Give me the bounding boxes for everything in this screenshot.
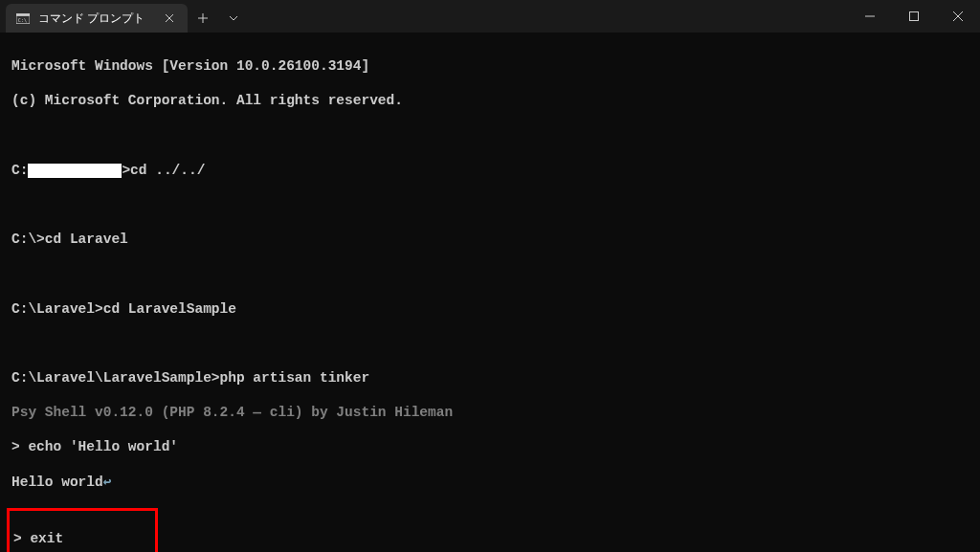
prompt-line: C:\>cd Laravel [11,231,969,248]
tab-title: コマンド プロンプト [38,11,153,27]
output-line: (c) Microsoft Corporation. All rights re… [11,92,969,109]
tab-dropdown-button[interactable] [218,4,249,33]
svg-rect-8 [910,12,919,21]
svg-rect-1 [16,13,30,16]
blank-line [11,265,969,282]
window-controls [848,0,980,33]
tab-close-button[interactable] [161,10,178,27]
redacted-path [28,164,122,178]
tab-area: C:\ コマンド プロンプト [0,0,249,33]
blank-line [11,127,969,144]
output-line: Psy Shell v0.12.0 (PHP 8.2.4 — cli) by J… [11,404,969,421]
blank-line [11,335,969,352]
return-arrow-icon: ↩ [103,475,112,490]
cmd-icon: C:\ [15,11,31,26]
close-button[interactable] [936,0,980,33]
prompt-line: C:\Laravel\LaravelSample>php artisan tin… [11,369,969,386]
new-tab-button[interactable] [188,4,218,33]
tinker-input: > exit [13,530,151,547]
prompt-line: C:\Laravel>cd LaravelSample [11,300,969,318]
output-line: Hello world↩ [11,474,969,491]
terminal-content[interactable]: Microsoft Windows [Version 10.0.26100.31… [0,33,980,552]
minimize-button[interactable] [848,0,892,33]
prompt-line: C:>cd ../../ [11,162,969,179]
blank-line [11,196,969,213]
active-tab[interactable]: C:\ コマンド プロンプト [6,4,188,33]
svg-text:C:\: C:\ [18,17,27,23]
maximize-button[interactable] [892,0,936,33]
titlebar: C:\ コマンド プロンプト [0,0,980,33]
tinker-input: > echo 'Hello world' [11,438,969,455]
highlight-annotation: > exit INFO Goodbye. [7,508,158,552]
output-line: Microsoft Windows [Version 10.0.26100.31… [11,57,969,75]
